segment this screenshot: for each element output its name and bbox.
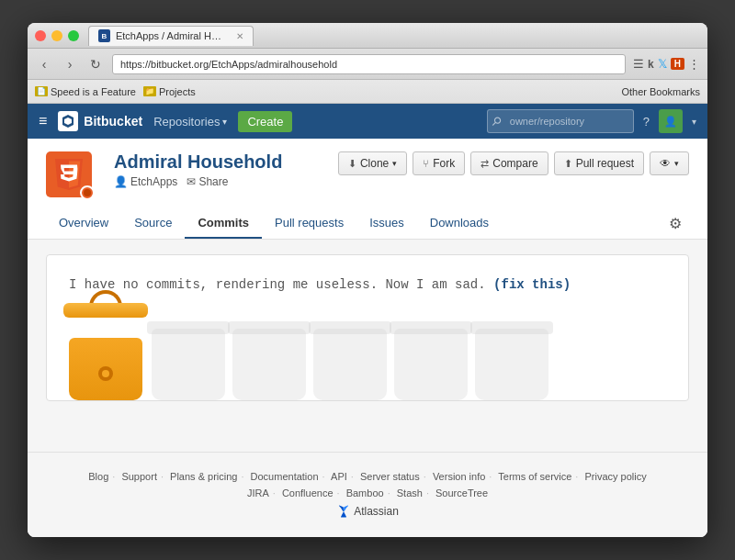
hamburger-icon[interactable]: ≡: [39, 113, 47, 129]
pull-request-button[interactable]: ⬆ Pull request: [554, 151, 644, 175]
watch-chevron-icon: ▾: [674, 159, 679, 168]
settings-gear-icon[interactable]: ⚙: [662, 211, 689, 236]
stack-icon[interactable]: ☰: [633, 57, 644, 71]
footer-stash[interactable]: Stash: [397, 487, 423, 498]
bucket-ghost-2: [232, 329, 306, 400]
repo-info-row: Admiral Household 👤 EtchApps ✉ Share: [46, 151, 689, 197]
bitbucket-logo[interactable]: Bitbucket: [58, 111, 142, 131]
tab-overview[interactable]: Overview: [46, 208, 121, 239]
tab-downloads[interactable]: Downloads: [417, 208, 502, 239]
clone-chevron-icon: ▾: [392, 159, 397, 168]
footer-links-row2: JIRA· Confluence· Bamboo· Stash· SourceT…: [46, 487, 689, 498]
watch-button[interactable]: 👁 ▾: [650, 151, 689, 175]
footer-plans[interactable]: Plans & pricing: [170, 471, 237, 482]
window-controls: [35, 30, 79, 41]
other-bookmarks[interactable]: Other Bookmarks: [621, 86, 700, 97]
compare-icon: ⇄: [481, 158, 489, 170]
bucket-body: [69, 338, 142, 400]
bucket-eye: [98, 366, 113, 381]
tab-title: EtchApps / Admiral Hous...: [116, 30, 227, 41]
owner-label: EtchApps: [130, 175, 177, 188]
footer-terms[interactable]: Terms of service: [498, 471, 571, 482]
commits-area: I have no commits, rendering me useless.…: [28, 240, 707, 452]
footer-sourcetree[interactable]: SourceTree: [435, 487, 488, 498]
clone-button[interactable]: ⬇ Clone ▾: [338, 151, 407, 175]
footer-jira[interactable]: JIRA: [247, 487, 269, 498]
email-icon: ✉: [187, 175, 196, 188]
bookmark-speed-label: Speed is a Feature: [51, 86, 136, 97]
app-icon[interactable]: H: [671, 58, 684, 70]
chevron-down-icon: ▾: [222, 117, 227, 127]
repositories-link[interactable]: Repositories ▾: [153, 115, 227, 129]
minimize-button[interactable]: [51, 30, 62, 41]
user-avatar[interactable]: 👤: [659, 109, 683, 133]
browser-window: B EtchApps / Admiral Hous... ✕ ‹ › ↻ ☰ k…: [28, 23, 707, 537]
tab-commits[interactable]: Commits: [185, 208, 262, 239]
reload-button[interactable]: ↻: [86, 55, 105, 73]
footer-links-row1: Blog· Support· Plans & pricing· Document…: [46, 471, 689, 482]
svg-point-4: [84, 189, 91, 196]
nav-right: ? 👤 ▾: [487, 109, 696, 133]
repo-owner[interactable]: 👤 EtchApps: [114, 175, 177, 188]
browser-tab[interactable]: B EtchApps / Admiral Hous... ✕: [88, 26, 254, 46]
more-icon[interactable]: ⋮: [688, 57, 700, 71]
help-icon[interactable]: ?: [643, 115, 650, 129]
repo-share[interactable]: ✉ Share: [187, 175, 228, 188]
pr-icon: ⬆: [564, 158, 572, 170]
footer-server-status[interactable]: Server status: [360, 471, 420, 482]
eye-icon: 👁: [660, 157, 671, 170]
title-bar: B EtchApps / Admiral Hous... ✕: [28, 23, 707, 49]
empty-commits-message: I have no commits, rendering me useless.…: [69, 277, 666, 292]
page-content: ≡ Bitbucket Repositories ▾ Create: [28, 104, 707, 537]
bookmark-icon: 📄: [35, 86, 48, 96]
forward-button[interactable]: ›: [61, 55, 79, 73]
footer-blog[interactable]: Blog: [88, 471, 108, 482]
footer-confluence[interactable]: Confluence: [282, 487, 334, 498]
fix-this-link[interactable]: (fix this): [493, 277, 571, 292]
repo-name[interactable]: Admiral Household: [114, 151, 282, 173]
bookmark-speed[interactable]: 📄 Speed is a Feature: [35, 86, 136, 97]
bitbucket-label: Bitbucket: [84, 114, 142, 129]
bookmarks-bar: 📄 Speed is a Feature 📁 Projects Other Bo…: [28, 80, 707, 104]
bitbucket-navbar: ≡ Bitbucket Repositories ▾ Create: [28, 104, 707, 139]
repo-meta: 👤 EtchApps ✉ Share: [114, 175, 282, 188]
fork-button[interactable]: ⑂ Fork: [413, 151, 465, 175]
tab-close-icon[interactable]: ✕: [236, 31, 243, 41]
repo-search-input[interactable]: [487, 109, 634, 133]
atlassian-logo: Atlassian: [336, 504, 399, 519]
download-icon: ⬇: [348, 158, 356, 170]
repo-header: Admiral Household 👤 EtchApps ✉ Share: [28, 139, 707, 240]
tab-source[interactable]: Source: [121, 208, 185, 239]
create-button[interactable]: Create: [238, 111, 292, 132]
person-icon: 👤: [114, 175, 128, 188]
footer-atlassian: Atlassian: [46, 504, 689, 519]
footer-version-info[interactable]: Version info: [433, 471, 485, 482]
url-input[interactable]: [112, 54, 626, 74]
url-bar: ‹ › ↻ ☰ k 𝕏 H ⋮: [28, 49, 707, 80]
bookmark-projects[interactable]: 📁 Projects: [143, 86, 196, 97]
bucket-eye-inner: [102, 370, 109, 377]
footer-privacy[interactable]: Privacy policy: [584, 471, 646, 482]
twitter-icon[interactable]: 𝕏: [658, 57, 667, 71]
footer-support[interactable]: Support: [121, 471, 157, 482]
tab-pull-requests[interactable]: Pull requests: [262, 208, 356, 239]
tab-issues[interactable]: Issues: [356, 208, 417, 239]
bookmark-projects-icon: 📁: [143, 86, 156, 96]
svg-marker-3: [69, 165, 77, 182]
footer-docs[interactable]: Documentation: [251, 471, 319, 482]
footer-api[interactable]: API: [331, 471, 347, 482]
compare-button[interactable]: ⇄ Compare: [470, 151, 548, 175]
repo-tabs: Overview Source Commits Pull requests Is…: [46, 208, 689, 239]
back-button[interactable]: ‹: [35, 55, 53, 73]
bookmark-projects-label: Projects: [159, 86, 196, 97]
tab-favicon: B: [98, 29, 110, 42]
bucket-ghost-5: [475, 329, 548, 400]
footer-bamboo[interactable]: Bamboo: [346, 487, 384, 498]
repo-actions: ⬇ Clone ▾ ⑂ Fork ⇄ Compare ⬆ Pull requ: [338, 151, 689, 175]
close-button[interactable]: [35, 30, 46, 41]
search-wrap: [487, 109, 634, 133]
repo-title-col: Admiral Household 👤 EtchApps ✉ Share: [114, 151, 282, 188]
avatar-chevron-icon[interactable]: ▾: [692, 117, 696, 127]
maximize-button[interactable]: [68, 30, 79, 41]
page-footer: Blog· Support· Plans & pricing· Document…: [28, 452, 707, 537]
